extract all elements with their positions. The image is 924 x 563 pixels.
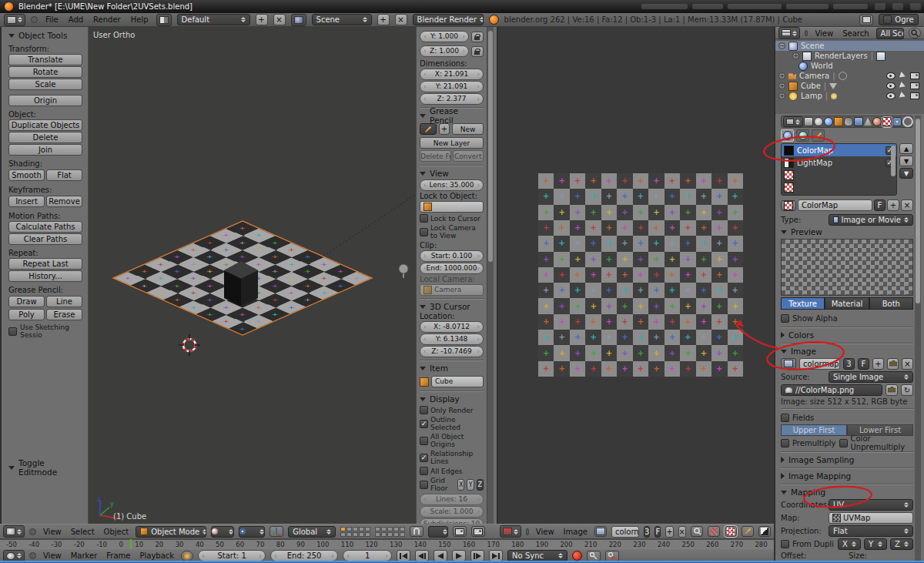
maximize-button[interactable] xyxy=(892,3,903,10)
outline-selected-checkbox[interactable] xyxy=(420,420,428,428)
orientation-selector[interactable]: Global xyxy=(288,526,336,538)
all-edges-checkbox[interactable] xyxy=(420,467,428,475)
layer-toggle[interactable] xyxy=(387,527,393,531)
texture-unlink-button[interactable]: × xyxy=(901,199,913,211)
image-path-field[interactable]: //ColorMap.png xyxy=(781,384,882,396)
view-header[interactable]: View xyxy=(420,168,484,179)
image-open-button[interactable] xyxy=(887,358,899,370)
jump-to-start-button[interactable] xyxy=(397,550,410,561)
image-mapping-header[interactable]: Image Mapping xyxy=(781,471,913,481)
screen-layout-selector[interactable]: Default xyxy=(177,14,250,25)
n-panel-scrollbar[interactable] xyxy=(487,27,494,524)
ogre-checkbox[interactable] xyxy=(883,15,892,24)
grid-lines-field[interactable]: Lines: 16 xyxy=(420,494,484,505)
layout-add-button[interactable]: + xyxy=(256,14,268,25)
screencast-icon[interactable] xyxy=(859,15,873,25)
search-icon[interactable] xyxy=(909,28,921,39)
show-alpha-checkbox[interactable] xyxy=(781,314,789,323)
cursor-z-field[interactable]: Z: -10.7469 xyxy=(420,346,484,357)
renderability-camera-icon[interactable] xyxy=(910,82,919,89)
repeat-last-button[interactable]: Repeat Last xyxy=(8,258,82,270)
play-reverse-button[interactable] xyxy=(434,550,447,561)
colors-panel-header[interactable]: Colors xyxy=(781,330,913,340)
uv-paint-mode-icon[interactable] xyxy=(742,526,754,537)
scene-delete-button[interactable]: × xyxy=(395,14,407,25)
premultiply-checkbox[interactable] xyxy=(781,439,789,447)
display-header[interactable]: Display xyxy=(420,394,484,404)
layer-toggle[interactable] xyxy=(340,532,346,537)
mode-selector[interactable]: Object Mode xyxy=(136,526,206,538)
projection-dropdown[interactable]: Flat xyxy=(829,525,913,537)
layer-toggle[interactable] xyxy=(365,532,370,537)
texture-add-button[interactable]: + xyxy=(887,199,899,211)
layer-toggle[interactable] xyxy=(381,532,387,537)
insert-keyframe-button[interactable]: Insert xyxy=(8,196,45,207)
rotate-button[interactable]: Rotate xyxy=(8,66,82,78)
lower-first-button[interactable]: Lower First xyxy=(847,424,913,436)
lock-icon[interactable] xyxy=(471,46,484,57)
fields-checkbox[interactable] xyxy=(781,414,789,422)
gp-erase-button[interactable]: Erase xyxy=(46,309,82,320)
outliner-menu-view[interactable]: View xyxy=(812,29,835,38)
viewport-3d[interactable]: User Ortho +++++++++++++++++++++++++++++… xyxy=(89,27,416,524)
shading-selector[interactable] xyxy=(211,526,234,538)
preview-both-button[interactable]: Both xyxy=(869,297,913,310)
properties-scrollbar[interactable] xyxy=(915,116,921,561)
frame-start-field[interactable]: Start: 1 xyxy=(198,550,266,561)
layer-grid-2[interactable] xyxy=(375,527,405,537)
ogre-toggle[interactable]: Ogre xyxy=(879,14,919,25)
flat-button[interactable]: Flat xyxy=(46,169,82,181)
tl-menu-view[interactable]: View xyxy=(41,551,64,560)
cursor-x-field[interactable]: X: -8.0712 xyxy=(420,321,484,333)
lock-to-cursor-checkbox[interactable] xyxy=(420,214,428,223)
texture-slots[interactable]: ColorMap LightMap xyxy=(781,143,897,196)
visibility-eye-icon[interactable] xyxy=(886,82,896,89)
from-dupli-checkbox[interactable] xyxy=(781,540,789,548)
source-dropdown[interactable]: Single Image xyxy=(829,371,913,383)
keying-set-delete-icon[interactable] xyxy=(605,551,619,561)
tl-menu-frame[interactable]: Frame xyxy=(104,551,132,560)
gp-poly-button[interactable]: Poly xyxy=(8,309,45,320)
editor-type-selector[interactable] xyxy=(4,14,25,26)
remove-keyframe-button[interactable]: Remove xyxy=(46,196,82,207)
render-opengl-anim-button[interactable] xyxy=(471,526,485,537)
outliner-item-world[interactable]: World xyxy=(775,61,924,71)
texture-name-field[interactable]: ColorMap xyxy=(798,199,872,211)
tab-render[interactable] xyxy=(804,117,813,127)
layer-toggle[interactable] xyxy=(365,527,370,531)
uv-draw-other-icon[interactable] xyxy=(708,526,720,537)
new-layer-button[interactable]: New Layer xyxy=(420,137,484,149)
expand-icon[interactable]: + xyxy=(778,82,785,89)
manipulator-toggle[interactable] xyxy=(270,526,283,537)
scenes-filter-dropdown[interactable]: All Scenes xyxy=(876,28,904,39)
menu-file[interactable]: File xyxy=(43,15,61,24)
image-browse-icon[interactable] xyxy=(781,358,796,369)
uv-map-field[interactable]: UVMap xyxy=(829,512,913,524)
uv-menu-image[interactable]: Image xyxy=(561,528,590,536)
color-unpremultiply-checkbox[interactable] xyxy=(839,439,848,447)
play-button[interactable] xyxy=(452,550,466,561)
properties-editor-selector[interactable] xyxy=(783,116,803,127)
layer-toggle[interactable] xyxy=(346,532,352,537)
layer-toggle[interactable] xyxy=(359,527,364,531)
scrollbar-thumb[interactable] xyxy=(916,119,920,303)
grid-floor-checkbox[interactable] xyxy=(420,481,428,489)
image-new-button[interactable]: + xyxy=(872,358,884,370)
menu-render[interactable]: Render xyxy=(91,15,123,24)
delete-frame-button[interactable]: Delete Frame xyxy=(420,150,451,162)
collapse-dot-icon[interactable] xyxy=(29,528,36,535)
uv-menu-view[interactable]: View xyxy=(534,528,557,536)
scene-add-button[interactable]: + xyxy=(377,14,390,25)
reload-image-button[interactable]: ↻ xyxy=(901,384,913,396)
calculate-paths-button[interactable]: Calculate Paths xyxy=(8,221,82,233)
menu-object[interactable]: Object xyxy=(102,528,132,536)
all-origins-checkbox[interactable] xyxy=(420,437,428,445)
axis-x-dropdown[interactable]: X xyxy=(838,538,861,550)
grease-pencil-header[interactable]: Grease Pencil xyxy=(420,110,484,121)
uv-editor-selector[interactable] xyxy=(500,525,521,538)
context-material-texture[interactable] xyxy=(796,129,809,142)
screen-layout-icon[interactable] xyxy=(156,14,172,26)
image-new-button[interactable]: + xyxy=(665,526,673,538)
collapse-dot-icon[interactable] xyxy=(805,30,808,36)
slot-move-down-button[interactable]: ▼ xyxy=(899,156,913,166)
